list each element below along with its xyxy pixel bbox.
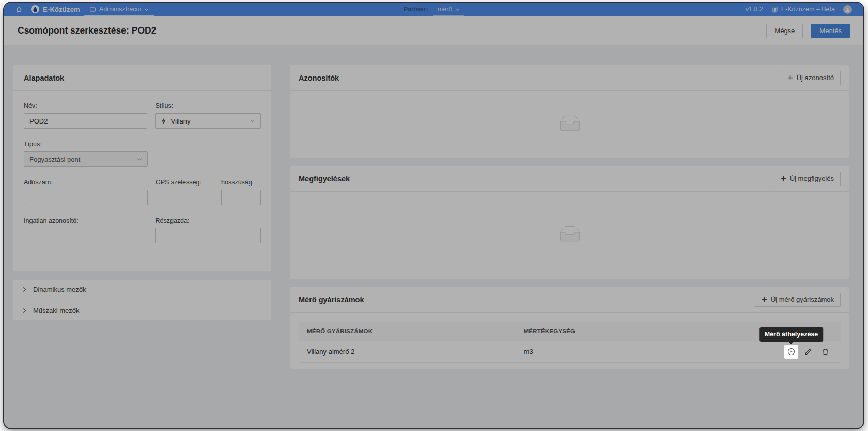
name-input[interactable] [24,113,147,129]
chevron-down-icon [455,7,460,12]
type-select: Fogyasztási pont [24,151,148,167]
admin-badge-icon [89,6,96,13]
app-window: E-Közüzem Adminisztráció Partner: mérő [4,3,863,428]
clock-circle-icon [787,348,795,356]
basic-data-card: Alapadatok Név: Stílus: [13,65,271,271]
column-header-unit: MÉRTÉKEGYSÉG [516,322,754,341]
content-area: Alapadatok Név: Stílus: [4,45,863,398]
environment-label: E-Közüzem – Beta [781,6,835,13]
add-observation-button[interactable]: Új megfigyelés [774,172,841,186]
page-title: Csomópont szerkesztése: POD2 [18,25,156,36]
property-id-label: Ingatlan azonosító: [24,217,147,224]
collapse-dynamic-fields[interactable]: Dinamikus mezők [13,280,271,300]
style-value: Villany [171,117,190,125]
page-header: Csomópont szerkesztése: POD2 Mégse Menté… [4,16,863,45]
chevron-right-icon [22,287,27,293]
co-owner-input[interactable] [155,228,261,243]
plus-icon [781,176,786,181]
style-label: Stílus: [155,102,261,110]
nav-item-adminisztracio[interactable]: Adminisztráció [84,3,154,16]
meter-serials-table: MÉRŐ GYÁRISZÁMOK MÉRTÉKEGYSÉG Villany al… [299,322,841,363]
tooltip: Mérő áthelyezése [760,327,824,342]
column-header-serial: MÉRŐ GYÁRISZÁMOK [299,322,516,341]
chevron-down-icon [250,118,255,124]
cell-meter-serial: Villany almérő 2 [299,341,516,363]
partner-value: mérő [438,6,452,13]
user-menu[interactable] [839,3,856,16]
avatar [843,5,852,14]
version-text: v1.8.2 [741,3,767,16]
name-label: Név: [24,102,147,110]
top-navbar: E-Közüzem Adminisztráció Partner: mérő [4,3,863,16]
co-owner-label: Részgazda: [155,217,261,224]
tax-number-label: Adószám: [24,179,148,186]
partner-label: Partner: [404,3,428,16]
gps-latitude-label: GPS szélesség: [156,179,213,186]
add-observation-label: Új megfigyelés [790,175,834,182]
chevron-down-icon [137,157,142,162]
table-row: Villany almérő 2 m3 Mérő áthelyezése [299,341,841,363]
gps-longitude-input[interactable] [221,190,261,205]
edit-button[interactable] [801,345,815,359]
meter-serials-card: Mérő gyáriszámok Új mérő gyáriszámok MÉR… [290,287,849,369]
lightning-icon [161,118,166,125]
save-button[interactable]: Mentés [811,24,850,38]
extra-fields-card: Dinamikus mezők Műszaki mezők [13,280,271,320]
chevron-down-icon [144,7,149,12]
home-button[interactable] [11,3,27,16]
empty-box-icon [556,225,583,245]
relocate-meter-button[interactable]: Mérő áthelyezése [784,345,798,359]
tax-number-input[interactable] [24,190,148,205]
property-id-input[interactable] [24,228,147,243]
home-icon [16,6,23,13]
environment-badge[interactable]: E-Közüzem – Beta [767,3,839,16]
delete-button[interactable] [818,345,832,359]
collapse-technical-fields[interactable]: Műszaki mezők [13,300,271,320]
brand-logo[interactable]: E-Közüzem [27,3,84,16]
plus-icon [762,297,767,302]
collapse-dynamic-label: Dinamikus mezők [33,286,86,294]
add-identifier-button[interactable]: Új azonosító [781,71,841,85]
edit-pencil-icon [804,348,812,356]
collapse-technical-label: Műszaki mezők [33,306,80,314]
plus-icon [787,75,793,81]
nav-item-label: Adminisztráció [99,6,141,13]
add-identifier-label: Új azonosító [797,74,834,82]
water-drop-icon [31,5,39,13]
add-meter-serial-label: Új mérő gyáriszámok [771,296,834,303]
right-column: Azonosítók Új azonosító [290,65,849,377]
left-column: Alapadatok Név: Stílus: [13,65,271,320]
add-meter-serial-button[interactable]: Új mérő gyáriszámok [755,293,841,307]
partner-select[interactable]: mérő [433,3,464,16]
card-title-alapadatok: Alapadatok [24,74,64,82]
type-value: Fogyasztási pont [29,156,80,163]
identifiers-card: Azonosítók Új azonosító [290,65,849,158]
empty-box-icon [556,115,583,134]
brand-title: E-Közüzem [43,6,80,13]
cancel-button[interactable]: Mégse [766,24,803,38]
gps-longitude-label: hosszúság: [221,179,261,186]
card-title-mero-gyariszamok: Mérő gyáriszámok [299,296,364,304]
style-select[interactable]: Villany [155,113,261,129]
type-label: Típus: [24,141,148,148]
trash-icon [822,348,829,356]
card-title-azonositok: Azonosítók [299,74,339,82]
chevron-right-icon [22,307,27,313]
observations-card: Megfigyelések Új megfigyelés [290,166,849,279]
card-title-megfigyelesek: Megfigyelések [299,175,350,183]
documents-icon [771,6,778,13]
cell-unit: m3 [516,341,754,363]
gps-latitude-input[interactable] [156,190,213,205]
